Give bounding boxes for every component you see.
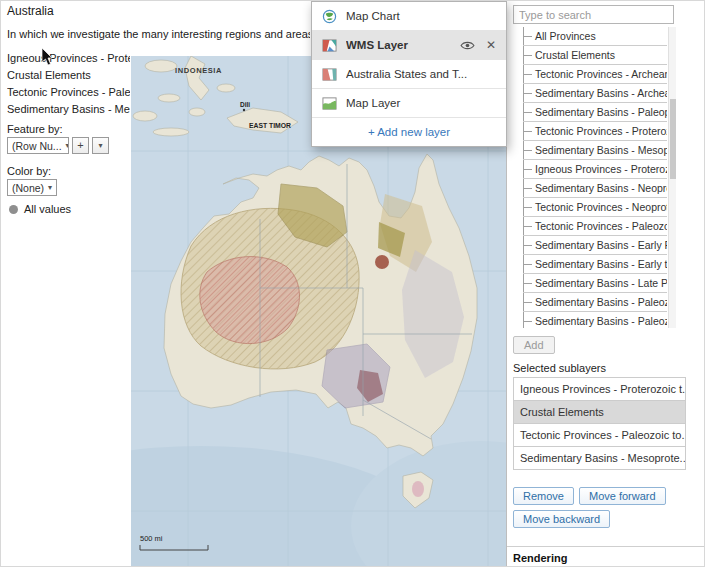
layer-row[interactable]: Australia States and T... — [312, 60, 506, 89]
map-visualization-page: Australia In which we investigate the ma… — [0, 0, 705, 567]
layer-label: WMS Layer — [346, 39, 451, 51]
search-input[interactable] — [513, 5, 674, 24]
add-new-layer-link[interactable]: + Add new layer — [312, 118, 506, 146]
map-label-east-timor: EAST TIMOR — [249, 122, 291, 129]
sublayer-actions: Remove Move forward — [513, 487, 666, 505]
available-sublayer-item[interactable]: Tectonic Provinces - Paleozoic t... — [523, 217, 667, 236]
color-by-value: (None) — [12, 182, 44, 194]
page-subtitle: In which we investigate the many interes… — [7, 28, 310, 40]
chevron-down-icon: ▾ — [66, 141, 69, 150]
available-sublayer-item[interactable]: Igneous Provinces - Proterozoi... — [523, 160, 667, 179]
move-forward-button[interactable]: Move forward — [579, 487, 666, 505]
map-legend: Igneous Provinces - Protero Crustal Elem… — [7, 50, 130, 118]
chevron-down-icon: ▾ — [98, 142, 102, 150]
layer-label: Map Layer — [346, 97, 498, 109]
all-values-item[interactable]: All values — [9, 203, 71, 215]
all-values-label: All values — [24, 203, 71, 215]
available-sublayer-item[interactable]: Sedimentary Basins - Paleozoic... — [523, 293, 667, 312]
selected-sublayers-list: Igneous Provinces - Proterozoic t... Cru… — [513, 377, 686, 470]
selected-sublayer-item[interactable]: Sedimentary Basins - Mesoprote... — [513, 447, 686, 470]
available-sublayer-item[interactable]: Sedimentary Basins - Neoprote... — [523, 179, 667, 198]
legend-item: Sedimentary Basins - Meso — [7, 101, 130, 118]
available-sublayer-item[interactable]: Sedimentary Basins - Mesoprot... — [523, 141, 667, 160]
chevron-down-icon: ▾ — [48, 183, 52, 192]
scrollbar-track[interactable] — [668, 27, 676, 328]
available-sublayer-item[interactable]: All Provinces — [523, 27, 667, 46]
map-layer-icon — [322, 96, 337, 111]
selected-sublayers-label: Selected sublayers — [513, 362, 606, 374]
layer-label: Map Chart — [346, 10, 498, 22]
map-chart-icon — [322, 9, 337, 24]
layer-label: Australia States and T... — [346, 68, 498, 80]
feature-by-dropdown[interactable]: (Row Nu... ▾ — [7, 137, 69, 154]
wms-layer-icon — [322, 38, 337, 53]
selected-sublayer-item[interactable]: Igneous Provinces - Proterozoic t... — [513, 378, 686, 401]
map-scale-label: 500 mi — [140, 534, 163, 543]
feature-by-controls: (Row Nu... ▾ + ▾ — [7, 137, 109, 154]
eye-icon — [460, 40, 475, 51]
available-sublayer-item[interactable]: Sedimentary Basins - Late Pale... — [523, 274, 667, 293]
selected-sublayer-item[interactable]: Tectonic Provinces - Paleozoic to... — [513, 424, 686, 447]
available-sublayer-item[interactable]: Tectonic Provinces - Archean to... — [523, 65, 667, 84]
visibility-toggle[interactable] — [460, 40, 475, 51]
available-sublayer-item[interactable]: Tectonic Provinces - Neoproter... — [523, 198, 667, 217]
scrollbar-thumb[interactable] — [670, 99, 676, 179]
color-by-controls: (None) ▾ — [7, 179, 57, 196]
legend-item: Tectonic Provinces - Paleoz — [7, 84, 130, 101]
feature-by-value: (Row Nu... — [12, 140, 62, 152]
available-sublayers-list: All Provinces Crustal Elements Tectonic … — [513, 27, 676, 328]
layer-row[interactable]: WMS Layer ✕ — [312, 31, 506, 60]
feature-options-button[interactable]: ▾ — [92, 137, 109, 154]
legend-item: Crustal Elements — [7, 67, 130, 84]
color-by-dropdown[interactable]: (None) ▾ — [7, 179, 57, 196]
remove-button[interactable]: Remove — [513, 487, 574, 505]
available-sublayer-item[interactable]: Sedimentary Basins - Archean t... — [523, 84, 667, 103]
sublayer-actions-2: Move backward — [513, 509, 610, 528]
available-sublayer-item[interactable]: Sedimentary Basins - Early to L... — [523, 255, 667, 274]
available-sublayer-item[interactable]: Tectonic Provinces - Proterozoic — [523, 122, 667, 141]
map-label-indonesia: INDONESIA — [175, 66, 222, 75]
legend-item: Igneous Provinces - Protero — [7, 50, 130, 67]
close-icon[interactable]: ✕ — [484, 38, 498, 52]
layer-row[interactable]: Map Chart — [312, 2, 506, 31]
page-title: Australia — [7, 4, 54, 18]
move-backward-button[interactable]: Move backward — [513, 510, 610, 528]
map-label-dili: Dili — [240, 101, 250, 108]
feature-by-label: Feature by: — [7, 123, 63, 135]
layer-row[interactable]: Map Layer — [312, 89, 506, 118]
available-sublayer-item[interactable]: Sedimentary Basins - Early Pal... — [523, 236, 667, 255]
layers-popup: Map Chart WMS Layer ✕ Australia States a… — [311, 1, 507, 147]
rendering-section-header[interactable]: Rendering — [513, 552, 567, 564]
color-by-label: Color by: — [7, 165, 51, 177]
available-sublayer-item[interactable]: Crustal Elements — [523, 46, 667, 65]
color-swatch-icon — [9, 205, 18, 214]
add-sublayer-button[interactable]: Add — [513, 336, 555, 354]
add-column-button[interactable]: + — [72, 137, 89, 154]
section-divider — [507, 546, 705, 547]
available-sublayer-item[interactable]: Sedimentary Basins - Paleozoic... — [523, 312, 667, 328]
feature-layer-icon — [322, 67, 337, 82]
available-sublayer-item[interactable]: Sedimentary Basins - Paleoprot... — [523, 103, 667, 122]
selected-sublayer-item[interactable]: Crustal Elements — [513, 401, 686, 424]
sublayers-settings-panel: All Provinces Crustal Elements Tectonic … — [506, 1, 705, 567]
